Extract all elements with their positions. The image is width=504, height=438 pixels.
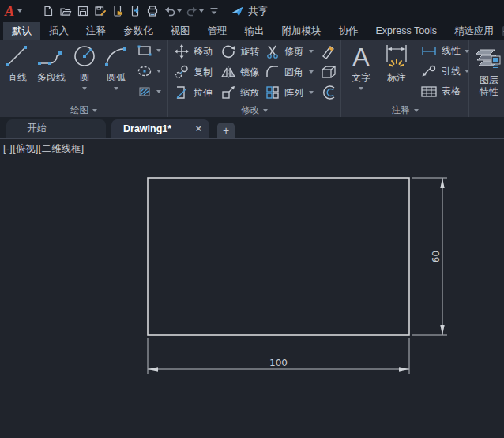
scale-tool-button[interactable]: 缩放 — [220, 85, 265, 100]
ribbon-tab-addins[interactable]: 附加模块 — [273, 22, 330, 40]
dimension-tool-button[interactable]: 标注 — [381, 40, 412, 104]
polyline-tool-button[interactable]: 多段线 — [34, 40, 69, 104]
ribbon-tab-insert[interactable]: 插入 — [40, 22, 77, 40]
linear-dimension-button[interactable]: 线性 — [420, 44, 469, 58]
mirror-icon — [220, 64, 236, 80]
eraser-icon — [320, 43, 337, 59]
trim-tool-button[interactable]: 修剪 — [265, 43, 309, 59]
offset-icon — [320, 85, 337, 100]
arc-dropdown-caret[interactable] — [114, 87, 118, 90]
linear-dimension-icon — [420, 46, 438, 57]
save-button[interactable] — [74, 2, 92, 21]
circle-dropdown-caret[interactable] — [82, 87, 87, 90]
text-dropdown-caret[interactable] — [359, 87, 363, 90]
array-dropdown-caret[interactable] — [309, 91, 314, 94]
drawing-geometry: 100 60 — [0, 139, 504, 438]
circle-tool-button[interactable]: 圆 — [70, 40, 99, 104]
ribbon-tab-view[interactable]: 视图 — [162, 22, 199, 40]
app-menu-button[interactable]: A — [3, 4, 27, 18]
undo-button[interactable] — [161, 2, 179, 21]
save-as-button[interactable] — [92, 2, 109, 21]
fillet-tool-button[interactable]: 圆角 — [265, 64, 309, 80]
horizontal-dimension[interactable] — [148, 338, 409, 374]
rectangle-tool-button[interactable] — [137, 43, 161, 58]
panel-draw: 直线 多段线 圆 圆弧 — [0, 40, 168, 117]
layer-properties-button[interactable]: 图层特性 — [474, 40, 504, 117]
table-button[interactable]: 表格 — [420, 85, 469, 98]
share-button[interactable]: 共享 — [231, 5, 268, 18]
panel-expand-caret — [414, 109, 419, 112]
dim-text-height[interactable]: 60 — [431, 251, 442, 262]
close-tab-icon[interactable]: × — [187, 123, 209, 134]
move-tool-button[interactable]: 移动 — [174, 43, 220, 59]
mobile-open-icon — [111, 5, 124, 17]
stretch-icon — [174, 85, 190, 100]
panel-title-annotation[interactable]: 注释 — [341, 104, 468, 117]
panel-expand-caret — [263, 109, 268, 112]
dim-arrow-right — [399, 367, 409, 371]
drawn-rectangle[interactable] — [148, 178, 409, 335]
box-3d-icon — [320, 64, 337, 80]
trim-dropdown-caret[interactable] — [309, 50, 314, 53]
ribbon: 直线 多段线 圆 圆弧 — [0, 40, 504, 117]
mirror-tool-button[interactable]: 镜像 — [220, 64, 265, 80]
line-icon — [2, 42, 32, 70]
panel-title-draw[interactable]: 绘图 — [0, 104, 167, 117]
ribbon-tab-manage[interactable]: 管理 — [199, 22, 236, 40]
vertical-dimension[interactable] — [412, 178, 447, 335]
hatch-icon — [137, 85, 152, 99]
rectangle-dropdown-caret[interactable] — [156, 49, 161, 52]
ribbon-tab-parametric[interactable]: 参数化 — [115, 22, 162, 40]
redo-dropdown-caret[interactable] — [199, 9, 204, 13]
ribbon-tab-bar: 默认 插入 注释 参数化 视图 管理 输出 附加模块 协作 Express To… — [0, 22, 504, 40]
dimension-icon — [381, 42, 412, 70]
ribbon-tab-annotate[interactable]: 注释 — [77, 22, 115, 40]
open-file-button[interactable] — [57, 2, 74, 21]
fillet-dropdown-caret[interactable] — [309, 70, 314, 74]
leader-button[interactable]: 引线 — [420, 65, 469, 78]
arc-tool-button[interactable]: 圆弧 — [100, 40, 132, 104]
panel-title-modify[interactable]: 修改 — [168, 104, 340, 117]
paper-plane-icon — [231, 6, 244, 17]
rotate-tool-button[interactable]: 旋转 — [220, 43, 265, 59]
fillet-icon — [265, 64, 280, 80]
ribbon-tab-home[interactable]: 默认 — [3, 22, 40, 40]
hatch-dropdown-caret[interactable] — [156, 90, 161, 93]
ellipse-dropdown-caret[interactable] — [156, 70, 161, 73]
save-as-icon — [94, 5, 107, 17]
file-tab-start[interactable]: 开始 — [6, 119, 106, 138]
plot-button[interactable] — [144, 2, 161, 21]
drawing-canvas[interactable]: [-][俯视][二维线框] 100 60 — [0, 139, 504, 438]
undo-dropdown-caret[interactable] — [177, 9, 182, 13]
stretch-tool-button[interactable]: 拉伸 — [174, 85, 220, 100]
save-icon — [77, 5, 89, 17]
new-drawing-tab-button[interactable]: + — [217, 123, 235, 138]
rotate-icon — [220, 43, 236, 59]
erase-tool-button[interactable] — [320, 43, 337, 59]
line-tool-button[interactable]: 直线 — [2, 40, 32, 104]
ribbon-tab-featured-apps[interactable]: 精选应用 — [446, 22, 502, 40]
offset-tool-button[interactable] — [320, 85, 337, 100]
ribbon-tab-collaborate[interactable]: 协作 — [330, 22, 367, 40]
file-tab-drawing1[interactable]: Drawing1* × — [111, 119, 209, 138]
open-from-web-mobile-button[interactable] — [109, 2, 126, 21]
open-folder-icon — [59, 5, 72, 17]
new-file-button[interactable] — [39, 2, 57, 21]
ribbon-tab-express-tools[interactable]: Express Tools — [367, 22, 446, 40]
svg-text:A: A — [352, 43, 370, 70]
qat-customize-button[interactable] — [205, 2, 223, 21]
save-to-web-mobile-button[interactable] — [126, 2, 144, 21]
explode-tool-button[interactable] — [320, 64, 337, 80]
polyline-icon — [34, 42, 69, 70]
text-tool-button[interactable]: A 文字 — [348, 40, 374, 104]
array-tool-button[interactable]: 阵列 — [265, 85, 309, 100]
redo-button[interactable] — [183, 2, 201, 21]
ribbon-tab-output[interactable]: 输出 — [236, 22, 273, 40]
ellipse-tool-button[interactable] — [137, 65, 161, 77]
hatch-tool-button[interactable] — [137, 85, 161, 99]
trim-scissors-icon — [265, 43, 280, 59]
copy-tool-button[interactable]: 复制 — [174, 64, 220, 80]
dim-arrow-left — [148, 367, 158, 371]
dim-text-width[interactable]: 100 — [269, 357, 288, 368]
printer-icon — [146, 5, 159, 17]
